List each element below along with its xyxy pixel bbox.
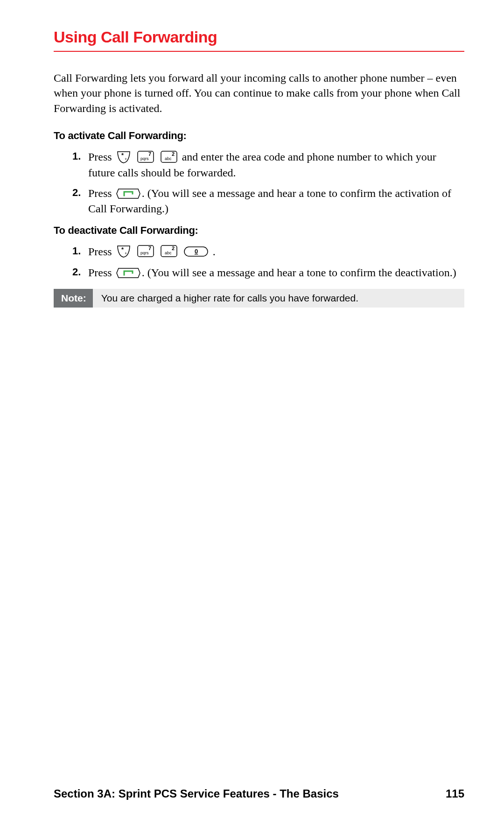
step-number: 2.: [72, 186, 81, 200]
step-text-pre: Press: [88, 266, 115, 279]
page-footer: Section 3A: Sprint PCS Service Features …: [54, 787, 464, 800]
svg-text:2: 2: [172, 245, 175, 251]
svg-text:2: 2: [172, 151, 175, 157]
step-number: 1.: [72, 244, 81, 258]
svg-text:*: *: [121, 246, 124, 253]
svg-text:pqrs: pqrs: [140, 251, 149, 255]
list-item: 1. Press * + 7 pqrs 2 abc: [72, 244, 464, 259]
deactivate-steps: 1. Press * + 7 pqrs 2 abc: [54, 244, 464, 280]
note-text: You are charged a higher rate for calls …: [93, 289, 464, 308]
note-box: Note: You are charged a higher rate for …: [54, 289, 464, 308]
step-text-post: .: [213, 245, 216, 258]
key-star-icon: * +: [116, 151, 132, 164]
svg-text:pqrs: pqrs: [140, 156, 149, 161]
svg-text:7: 7: [148, 151, 151, 157]
key-2-icon: 2 abc: [160, 150, 178, 164]
activate-heading: To activate Call Forwarding:: [54, 130, 464, 142]
key-star-icon: * +: [116, 245, 132, 258]
svg-text:*: *: [121, 152, 124, 159]
step-text-pre: Press: [88, 187, 115, 199]
note-label: Note:: [54, 289, 93, 308]
key-7-icon: 7 pqrs: [136, 150, 155, 164]
step-text-pre: Press: [88, 151, 115, 163]
svg-text:abc: abc: [165, 251, 172, 255]
title-rule: [54, 51, 464, 52]
key-talk-icon: [116, 266, 141, 280]
list-item: 2. Press . (You will see a message and h…: [72, 186, 464, 216]
step-text-pre: Press: [88, 245, 115, 258]
footer-section: Section 3A: Sprint PCS Service Features …: [54, 787, 339, 800]
activate-steps: 1. Press * + 7 pqrs 2 abc and enter the …: [54, 149, 464, 216]
step-text-post: . (You will see a message and hear a ton…: [88, 187, 451, 214]
svg-text:abc: abc: [165, 156, 172, 161]
footer-page-number: 115: [446, 787, 464, 800]
svg-text:+: +: [125, 157, 127, 161]
step-number: 1.: [72, 149, 81, 163]
svg-text:+: +: [125, 251, 127, 256]
deactivate-heading: To deactivate Call Forwarding:: [54, 224, 464, 237]
step-text-post: . (You will see a message and hear a ton…: [142, 266, 456, 279]
key-2-icon: 2 abc: [160, 245, 178, 259]
key-7-icon: 7 pqrs: [136, 245, 155, 259]
key-talk-icon: [116, 187, 141, 200]
list-item: 1. Press * + 7 pqrs 2 abc and enter the …: [72, 149, 464, 180]
step-number: 2.: [72, 265, 81, 279]
page-title: Using Call Forwarding: [54, 28, 464, 46]
list-item: 2. Press . (You will see a message and h…: [72, 265, 464, 280]
key-0-icon: 0: [183, 245, 209, 258]
svg-text:7: 7: [148, 245, 151, 251]
svg-text:0: 0: [195, 248, 198, 255]
intro-paragraph: Call Forwarding lets you forward all you…: [54, 70, 464, 116]
